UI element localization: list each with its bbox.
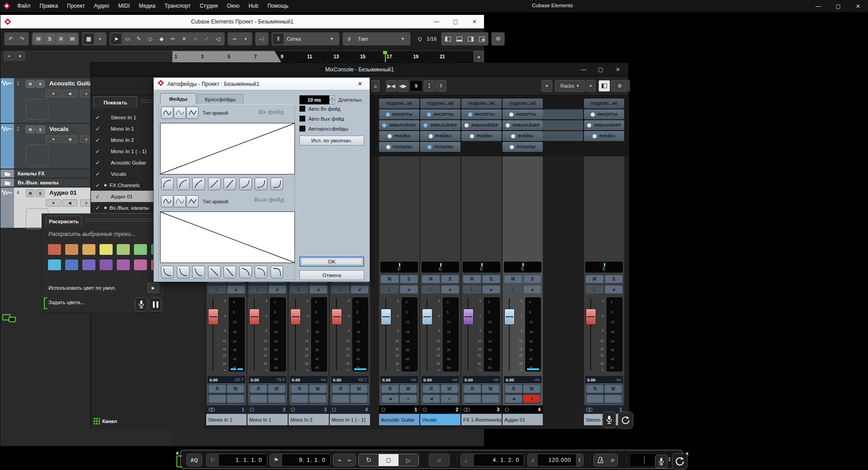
menu-midi[interactable]: MIDI bbox=[114, 0, 134, 12]
sync-overlay-button[interactable] bbox=[672, 453, 688, 470]
read-automation-button[interactable]: R bbox=[505, 385, 522, 393]
fade-out-preset-3-button[interactable] bbox=[192, 266, 205, 278]
read-automation-button[interactable]: R bbox=[291, 385, 308, 393]
listen-button[interactable]: L bbox=[249, 285, 267, 294]
menu-студия[interactable]: Студия bbox=[195, 0, 222, 12]
mute-tool[interactable]: ✕ bbox=[179, 33, 190, 44]
zoom-tool[interactable]: ○ bbox=[190, 33, 201, 44]
channel-name[interactable]: Mono In 2 bbox=[289, 414, 329, 425]
pan-control[interactable]: C bbox=[463, 262, 500, 273]
autoscroll-icon[interactable]: ➙ bbox=[229, 33, 240, 44]
fader-handle[interactable] bbox=[463, 309, 474, 325]
rack-routing-8[interactable]: ПОДКЛЮ...ИЕ bbox=[584, 99, 624, 108]
blank-button[interactable] bbox=[227, 395, 244, 403]
fader-value[interactable]: 0.00 bbox=[423, 377, 432, 382]
close-button[interactable]: ✕ bbox=[848, 0, 868, 12]
playhead-handle[interactable] bbox=[383, 51, 387, 54]
fader-handle[interactable] bbox=[290, 309, 301, 325]
channel-name[interactable]: Vocals bbox=[420, 414, 460, 425]
monitor-button[interactable]: ◀ bbox=[381, 395, 399, 403]
fade-out-preset-6-button[interactable] bbox=[239, 266, 252, 278]
curve-type-linear-button[interactable] bbox=[186, 107, 199, 119]
edit-channel-button[interactable]: e bbox=[351, 285, 369, 294]
blank-button[interactable] bbox=[209, 395, 226, 403]
minimize-button[interactable]: — bbox=[575, 63, 592, 76]
curve-type-spline-button[interactable] bbox=[161, 107, 173, 119]
rack-routing-5[interactable]: ПОДКЛЮ...ИЕ bbox=[420, 99, 460, 108]
read-automation-button[interactable]: R bbox=[586, 385, 604, 393]
read-automation-button[interactable]: R bbox=[464, 385, 481, 393]
overlay-spinner[interactable]: ▲▼ bbox=[668, 456, 671, 462]
tab-channel[interactable]: Канал bbox=[94, 418, 117, 424]
rack-sends-4[interactable]: ПОСЫЛЫ bbox=[379, 142, 419, 152]
rack-strip-8[interactable]: ЯЧЕЙКА bbox=[584, 131, 624, 141]
solo-button[interactable]: S bbox=[605, 275, 623, 283]
record-enable-button[interactable]: ● bbox=[46, 199, 61, 207]
fade-in-preset-6-button[interactable] bbox=[239, 178, 252, 190]
monitor-button[interactable]: ◀ bbox=[62, 90, 77, 97]
mute-button[interactable]: M bbox=[422, 275, 440, 283]
rack-eq-5[interactable]: ЭКВАЛАЙЗЕР bbox=[420, 120, 460, 130]
channel-name[interactable]: Acoustic Guitar bbox=[379, 414, 419, 425]
read-automation-button[interactable]: R bbox=[332, 385, 350, 393]
fade-out-preset-8-button[interactable] bbox=[270, 266, 283, 278]
blank-button[interactable] bbox=[464, 395, 481, 403]
object-selection-tool[interactable]: ➤ bbox=[111, 33, 122, 44]
fader-value[interactable]: 0.00 bbox=[382, 377, 391, 382]
listen-button[interactable]: L bbox=[380, 285, 399, 294]
color-swatch[interactable] bbox=[82, 244, 96, 255]
curve-type-damped-spline-button[interactable] bbox=[174, 195, 186, 207]
solo-button[interactable]: S bbox=[482, 275, 501, 283]
write-automation-button[interactable]: W bbox=[309, 385, 327, 393]
pan-control[interactable]: C bbox=[504, 262, 541, 273]
auto-crossfades-checkbox[interactable]: Автокроссфейды bbox=[299, 126, 348, 132]
peak-value[interactable]: -oo bbox=[534, 377, 540, 382]
channel-strip-7[interactable]: CMSLe60510152030∞061218243040500.00-ooRW… bbox=[503, 156, 543, 425]
edit-channel-button[interactable]: e bbox=[523, 285, 542, 294]
minimize-button[interactable]: — bbox=[808, 0, 828, 12]
mute-button[interactable]: M bbox=[380, 275, 399, 283]
glue-tool[interactable]: ◇ bbox=[145, 33, 156, 44]
track-presets-dropdown[interactable]: ▾ bbox=[15, 52, 25, 61]
snap-icon[interactable]: ⌐˩ bbox=[256, 33, 267, 44]
menu-аудио[interactable]: Аудио bbox=[90, 0, 114, 12]
curve-type-spline-button[interactable] bbox=[161, 195, 173, 207]
play-button[interactable]: ▷ bbox=[398, 454, 418, 466]
cycle-button[interactable]: ↻ bbox=[359, 454, 379, 466]
fade-out-preset-1-button[interactable] bbox=[161, 266, 174, 278]
peak-value[interactable]: -oo bbox=[451, 377, 457, 382]
time-format-note-icon[interactable]: ♩ bbox=[461, 454, 474, 466]
maximize-button[interactable]: ▢ bbox=[828, 0, 848, 12]
edit-channel-button[interactable]: e bbox=[605, 285, 623, 294]
fader-handle[interactable] bbox=[504, 309, 515, 325]
record-enable-button[interactable]: ● bbox=[399, 395, 417, 403]
track-mute-button[interactable]: m bbox=[26, 126, 35, 133]
tab-colorize[interactable]: Раскрасить bbox=[46, 216, 82, 226]
rack-routing-6[interactable]: ПОДКЛЮ...ИЕ bbox=[461, 99, 502, 108]
metronome-icon[interactable] bbox=[594, 454, 607, 466]
microphone-overlay-button[interactable] bbox=[602, 412, 616, 428]
blank-button[interactable] bbox=[482, 395, 499, 403]
fade-in-preset-3-button[interactable] bbox=[192, 178, 205, 190]
color-swatch[interactable] bbox=[116, 244, 130, 255]
punch-in-button[interactable]: ⇥ bbox=[333, 454, 344, 466]
racks-dropdown[interactable]: Racks▼ bbox=[555, 80, 585, 92]
stop-button[interactable]: ▢ bbox=[379, 454, 398, 466]
menu-помощь[interactable]: Помощь bbox=[263, 0, 293, 12]
auto-fade-in-checkbox[interactable]: Авто Вх фейд bbox=[299, 106, 341, 112]
expand-channels-button[interactable]: ◀▶ bbox=[398, 80, 408, 92]
collapse-channels-button[interactable]: ▶◀ bbox=[386, 80, 397, 92]
channel-count-display[interactable]: 9 bbox=[409, 80, 423, 92]
rack-sends-7[interactable]: ПОСЫЛЫ bbox=[503, 142, 543, 152]
line-tool[interactable]: ∕ bbox=[201, 33, 212, 44]
fade-out-preset-5-button[interactable] bbox=[223, 266, 236, 278]
tempo-track-icon[interactable]: ♪ bbox=[528, 454, 538, 466]
cancel-button[interactable]: Отмена bbox=[299, 270, 364, 280]
auto-fade-out-checkbox[interactable]: Авто Вых фейд bbox=[299, 116, 344, 122]
edit-channel-button[interactable]: e bbox=[227, 285, 246, 294]
racks-options-dropdown[interactable]: ▼ bbox=[586, 80, 596, 92]
maximize-button[interactable]: ▢ bbox=[592, 63, 609, 76]
rack-strip-6[interactable]: ЯЧЕЙКА bbox=[461, 131, 502, 141]
left-locator-flag-icon[interactable]: ⚐ bbox=[207, 454, 219, 466]
color-swatch[interactable] bbox=[133, 259, 147, 271]
